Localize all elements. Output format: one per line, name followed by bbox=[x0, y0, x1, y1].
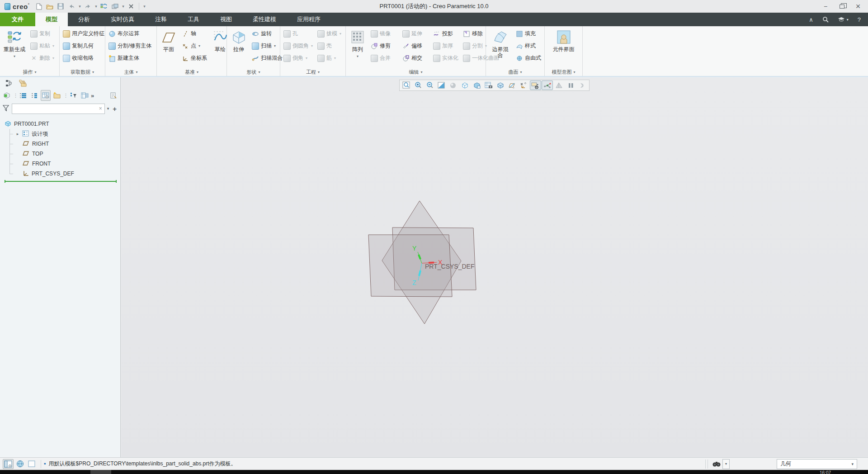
shell-button[interactable]: 壳 bbox=[316, 40, 343, 52]
datum-point-button[interactable]: 点▾ bbox=[180, 40, 209, 52]
customize-qat-dropdown[interactable]: ▾ bbox=[142, 1, 146, 11]
tab-analysis[interactable]: 分析 bbox=[68, 13, 100, 26]
full-screen-icon[interactable] bbox=[26, 459, 37, 469]
extrude-button[interactable]: 拉伸 bbox=[228, 28, 249, 52]
split-trim-body-button[interactable]: 分割/修剪主体 bbox=[107, 40, 153, 52]
redo-button[interactable] bbox=[83, 1, 93, 11]
spin-center-icon[interactable] bbox=[542, 81, 553, 90]
group-label-model-intent[interactable]: 模型意图▾ bbox=[545, 68, 582, 76]
tree-root-node[interactable]: PRT0001.PRT bbox=[0, 119, 120, 129]
tab-live-simulation[interactable]: 实时仿真 bbox=[100, 13, 145, 26]
tree-settings-icon[interactable] bbox=[108, 90, 118, 101]
expander-icon[interactable]: ▸ bbox=[16, 132, 19, 136]
tab-applications[interactable]: 应用程序 bbox=[287, 13, 331, 26]
folder-browser-tab-icon[interactable] bbox=[18, 78, 28, 88]
offset-button[interactable]: 偏移 bbox=[401, 40, 431, 52]
saved-orientations-icon[interactable] bbox=[471, 81, 482, 90]
zoom-out-icon[interactable] bbox=[424, 81, 435, 90]
restore-button[interactable] bbox=[834, 0, 850, 12]
group-label-datum[interactable]: 基准▾ bbox=[157, 68, 226, 76]
minimize-button[interactable]: − bbox=[817, 0, 834, 12]
datum-display-filters-icon[interactable] bbox=[506, 81, 518, 90]
tree-filters-folder-icon[interactable] bbox=[52, 90, 62, 101]
new-file-button[interactable] bbox=[34, 1, 44, 11]
tree-node-csys[interactable]: PRT_CSYS_DEF bbox=[9, 169, 120, 179]
fill-button[interactable]: 填充 bbox=[514, 28, 543, 40]
display-style-icon[interactable] bbox=[495, 81, 506, 90]
undo-dropdown[interactable]: ▾ bbox=[77, 1, 82, 11]
group-label-engineering[interactable]: 工程▾ bbox=[280, 68, 345, 76]
draft-button[interactable]: 拔模▾ bbox=[316, 28, 343, 40]
filter-funnel-icon[interactable] bbox=[2, 104, 9, 113]
tab-annotate[interactable]: 注释 bbox=[145, 13, 177, 26]
perspective-icon[interactable] bbox=[553, 81, 565, 90]
default-datum-planes[interactable]: X Y Z PRT_CSYS_DEF bbox=[357, 190, 529, 335]
pattern-button[interactable]: 阵列 ▾ bbox=[347, 28, 368, 59]
model-tree-tab-icon[interactable] bbox=[4, 78, 14, 88]
graphics-viewport[interactable]: X Y Z PRT_CSYS_DEF bbox=[121, 77, 868, 457]
expand-all-icon[interactable] bbox=[18, 90, 28, 101]
sweep-button[interactable]: 扫描▾ bbox=[250, 40, 284, 52]
shrinkwrap-button[interactable]: 收缩包络 bbox=[61, 52, 106, 64]
revolve-button[interactable]: 旋转 bbox=[250, 28, 284, 40]
copy-button[interactable]: 复制 bbox=[28, 28, 56, 40]
extend-button[interactable]: 延伸 bbox=[401, 28, 431, 40]
tree-column-settings-icon[interactable] bbox=[80, 90, 90, 101]
hole-button[interactable]: 孔 bbox=[282, 28, 315, 40]
search-options-dropdown[interactable]: ▾ bbox=[107, 106, 109, 111]
display-style-box-icon[interactable] bbox=[459, 81, 471, 90]
tree-model-icon[interactable] bbox=[2, 90, 12, 101]
view-manager-icon[interactable] bbox=[483, 81, 494, 90]
tab-tools[interactable]: 工具 bbox=[177, 13, 210, 26]
save-button[interactable] bbox=[56, 1, 66, 11]
group-label-operations[interactable]: 操作▾ bbox=[0, 68, 59, 76]
copy-geometry-button[interactable]: 复制几何 bbox=[61, 40, 106, 52]
style-button[interactable]: 样式 bbox=[514, 40, 543, 52]
group-label-surfaces[interactable]: 曲面▾ bbox=[486, 68, 544, 76]
repaint-icon[interactable] bbox=[436, 81, 447, 90]
tree-insert-locator[interactable] bbox=[5, 181, 117, 182]
navigator-toggle-icon[interactable] bbox=[3, 459, 14, 469]
solidify-button[interactable]: 实体化 bbox=[431, 52, 461, 64]
group-label-bodies[interactable]: 主体▾ bbox=[105, 68, 156, 76]
tree-node-right[interactable]: RIGHT bbox=[9, 139, 120, 149]
tab-flexible-modeling[interactable]: 柔性建模 bbox=[242, 13, 287, 26]
datum-csys-button[interactable]: 坐标系 bbox=[180, 52, 209, 64]
datum-plane-button[interactable]: 平面 bbox=[158, 28, 179, 52]
collapse-all-icon[interactable] bbox=[29, 90, 39, 101]
collapse-ribbon-button[interactable]: ∧ bbox=[809, 16, 813, 23]
mirror-button[interactable]: 镜像 bbox=[369, 28, 401, 40]
tree-node-design-items[interactable]: ▸ 设计项 bbox=[9, 129, 120, 139]
web-browser-icon[interactable] bbox=[14, 459, 25, 469]
zoom-in-icon[interactable] bbox=[412, 81, 424, 90]
trim-button[interactable]: 修剪 bbox=[369, 40, 401, 52]
tab-file[interactable]: 文件 bbox=[0, 13, 35, 26]
tree-toolbar-overflow[interactable]: » bbox=[91, 92, 94, 99]
tab-model[interactable]: 模型 bbox=[35, 13, 68, 26]
delete-button[interactable]: ✕删除▾ bbox=[28, 52, 56, 64]
round-button[interactable]: 倒圆角▾ bbox=[282, 40, 315, 52]
regenerate-button[interactable]: 重新生成 ▾ bbox=[1, 28, 28, 59]
datum-axis-button[interactable]: 轴 bbox=[180, 28, 209, 40]
udf-button[interactable]: 用户定义特征 bbox=[61, 28, 106, 40]
windows-button[interactable] bbox=[110, 1, 120, 11]
help-button[interactable]: ? bbox=[858, 16, 861, 23]
find-dropdown[interactable]: ▾ bbox=[722, 459, 730, 469]
merge-button[interactable]: 合并 bbox=[369, 52, 401, 64]
shading-icon[interactable] bbox=[448, 81, 459, 90]
tree-node-front[interactable]: FRONT bbox=[9, 159, 120, 169]
thicken-button[interactable]: 加厚 bbox=[431, 40, 461, 52]
component-interface-button[interactable]: 元件界面 bbox=[551, 28, 577, 52]
boolean-operations-button[interactable]: 布尔运算 bbox=[107, 28, 153, 40]
learning-center-button[interactable]: ▾ bbox=[838, 17, 849, 22]
swept-blend-button[interactable]: 扫描混合 bbox=[250, 52, 284, 64]
undo-button[interactable] bbox=[66, 1, 76, 11]
open-file-button[interactable] bbox=[45, 1, 55, 11]
tab-view[interactable]: 视图 bbox=[210, 13, 242, 26]
new-body-button[interactable]: 新建主体 bbox=[107, 52, 153, 64]
group-label-get-data[interactable]: 获取数据▾ bbox=[60, 68, 105, 76]
show-annotations-toggle-icon[interactable] bbox=[530, 81, 541, 90]
tree-filter-icon[interactable] bbox=[68, 90, 78, 101]
add-filter-button[interactable]: + bbox=[111, 105, 118, 113]
regenerate-qat-button[interactable] bbox=[99, 1, 109, 11]
